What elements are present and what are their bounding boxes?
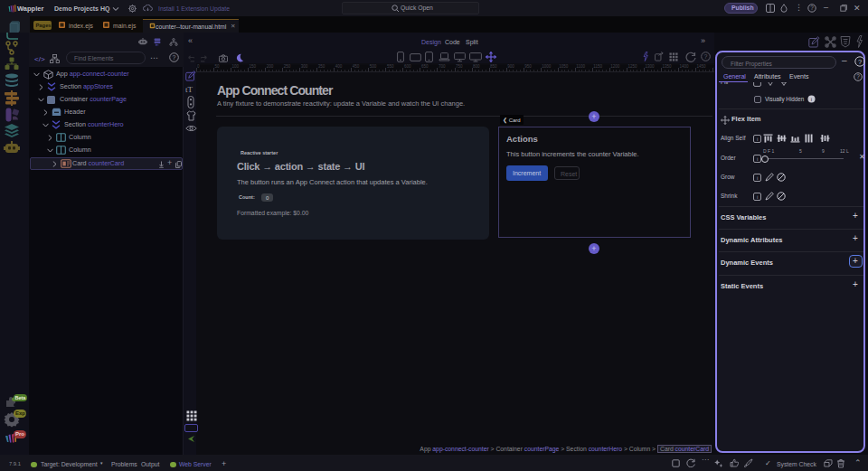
svg-text:i: i (811, 97, 812, 102)
svg-text:?: ? (173, 54, 176, 61)
svg-text:?: ? (858, 58, 862, 66)
svg-text:?: ? (810, 5, 814, 11)
svg-text:?: ? (856, 73, 860, 80)
